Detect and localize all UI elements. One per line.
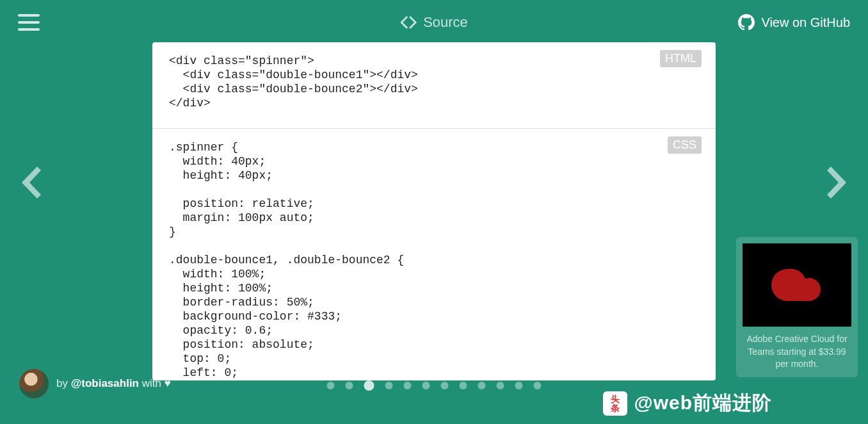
pagination-dot[interactable] — [422, 382, 430, 389]
github-icon — [738, 14, 755, 31]
ad-image — [743, 243, 851, 327]
pagination-dots — [327, 382, 542, 391]
github-link[interactable]: View on GitHub — [738, 14, 850, 31]
html-code-block[interactable]: HTML <div class="spinner"> <div class="d… — [152, 42, 716, 129]
source-label: Source — [423, 14, 468, 31]
chevron-left-icon — [18, 167, 41, 199]
chevron-right-icon — [827, 167, 850, 199]
pagination-dot[interactable] — [460, 382, 467, 389]
author-link[interactable]: @tobiasahlin — [71, 377, 139, 389]
with-text: with — [139, 377, 165, 389]
ad-text: Adobe Creative Cloud for Teams starting … — [743, 333, 851, 371]
html-badge: HTML — [660, 50, 702, 67]
heart-icon: ♥ — [165, 377, 171, 389]
byline: by @tobiasahlin with ♥ — [19, 369, 171, 398]
next-arrow[interactable] — [827, 167, 850, 201]
pagination-dot[interactable] — [497, 382, 504, 389]
pagination-dot[interactable] — [404, 382, 412, 389]
pagination-dot[interactable] — [364, 380, 374, 391]
pagination-dot[interactable] — [346, 382, 353, 389]
ad-card[interactable]: Adobe Creative Cloud for Teams starting … — [736, 237, 858, 377]
by-text: by — [56, 377, 71, 389]
source-link[interactable]: Source — [400, 14, 468, 31]
github-label: View on GitHub — [761, 15, 850, 30]
avatar[interactable] — [19, 369, 49, 398]
code-icon — [400, 16, 417, 29]
watermark: 头条 @web前端进阶 — [603, 390, 772, 416]
prev-arrow[interactable] — [18, 167, 41, 201]
css-code: .spinner { width: 40px; height: 40px; po… — [152, 129, 716, 380]
pagination-dot[interactable] — [327, 382, 335, 389]
pagination-dot[interactable] — [478, 382, 486, 389]
pagination-dot[interactable] — [385, 382, 393, 389]
code-panel: HTML <div class="spinner"> <div class="d… — [152, 42, 716, 380]
menu-button[interactable] — [18, 14, 40, 31]
html-code: <div class="spinner"> <div class="double… — [152, 42, 716, 122]
pagination-dot[interactable] — [515, 382, 523, 389]
watermark-icon: 头条 — [603, 391, 627, 416]
adobe-cc-icon — [762, 259, 832, 311]
css-badge: CSS — [668, 136, 702, 154]
css-code-block[interactable]: CSS .spinner { width: 40px; height: 40px… — [152, 129, 716, 380]
pagination-dot[interactable] — [534, 382, 542, 389]
pagination-dot[interactable] — [441, 382, 449, 389]
watermark-handle: @web前端进阶 — [634, 390, 772, 416]
